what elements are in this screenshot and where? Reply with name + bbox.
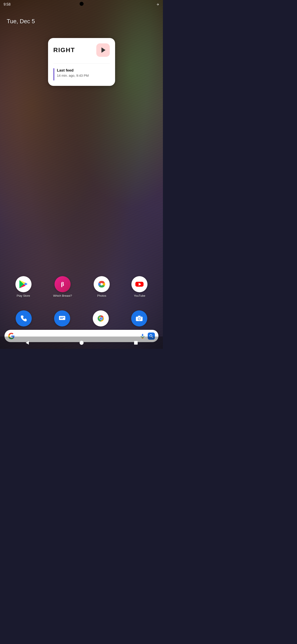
dock (0, 310, 163, 326)
photos-icon (94, 276, 110, 292)
recents-button[interactable] (131, 338, 141, 348)
svg-point-8 (100, 318, 102, 320)
airplane-icon: ✈ (157, 3, 159, 6)
phone-dock-icon (16, 310, 32, 326)
date-display: Tue, Dec 5 (7, 18, 35, 25)
app-grid: Play Store β Which Breast? Photos (0, 276, 163, 298)
svg-point-0 (101, 283, 103, 286)
svg-rect-4 (60, 317, 64, 318)
widget-card: RIGHT Last feed 14 min. ago, 9:43 PM (48, 38, 115, 86)
messages-icon (58, 314, 66, 323)
widget-bottom: Last feed 14 min. ago, 9:43 PM (53, 68, 110, 80)
whichbreast-label: Which Breast? (53, 294, 72, 298)
app-playstore[interactable]: Play Store (15, 276, 31, 298)
svg-marker-10 (138, 316, 141, 317)
svg-rect-21 (134, 341, 138, 344)
chrome-icon (96, 314, 106, 323)
dock-camera[interactable] (131, 310, 147, 326)
chrome-dock-icon (93, 310, 109, 326)
playstore-svg (18, 279, 28, 289)
camera-icon (135, 314, 143, 323)
svg-point-12 (138, 318, 140, 320)
widget-feed-time: 14 min. ago, 9:43 PM (57, 74, 89, 77)
home-button[interactable] (77, 338, 86, 348)
svg-point-20 (79, 341, 84, 345)
status-time: 9:58 (3, 2, 10, 6)
home-icon (79, 340, 84, 345)
svg-rect-3 (59, 316, 65, 320)
back-button[interactable] (22, 338, 32, 348)
youtube-icon (131, 276, 147, 292)
camera-cutout (79, 2, 84, 6)
photos-svg (97, 279, 107, 289)
widget-label: RIGHT (53, 46, 75, 54)
play-triangle-icon (101, 48, 105, 53)
wb-letter: β (61, 281, 64, 288)
widget-text-content: Last feed 14 min. ago, 9:43 PM (57, 68, 89, 77)
widget-feed-label: Last feed (57, 68, 89, 73)
svg-rect-14 (142, 334, 143, 336)
dock-messages[interactable] (54, 310, 70, 326)
dock-chrome[interactable] (93, 310, 109, 326)
widget-play-button[interactable] (96, 44, 110, 57)
widget-top: RIGHT (53, 44, 110, 57)
camera-dock-icon (131, 310, 147, 326)
recents-icon (133, 340, 138, 345)
nav-bar (0, 336, 163, 349)
widget-divider (53, 64, 110, 64)
svg-point-13 (141, 317, 141, 318)
back-icon (25, 340, 30, 345)
youtube-svg (135, 279, 144, 289)
playstore-label: Play Store (17, 294, 30, 298)
whichbreast-icon: β (54, 276, 71, 292)
dock-phone[interactable] (16, 310, 32, 326)
phone-icon (19, 314, 28, 323)
app-whichbreast[interactable]: β Which Breast? (53, 276, 72, 298)
widget-accent-bar (53, 68, 54, 80)
svg-marker-19 (26, 341, 29, 344)
photos-label: Photos (97, 294, 106, 298)
messages-dock-icon (54, 310, 70, 326)
status-icons: ✈ (157, 3, 159, 6)
svg-rect-5 (60, 318, 63, 319)
app-youtube[interactable]: YouTube (131, 276, 147, 298)
youtube-label: YouTube (134, 294, 145, 298)
playstore-icon (15, 276, 31, 292)
app-photos[interactable]: Photos (94, 276, 110, 298)
